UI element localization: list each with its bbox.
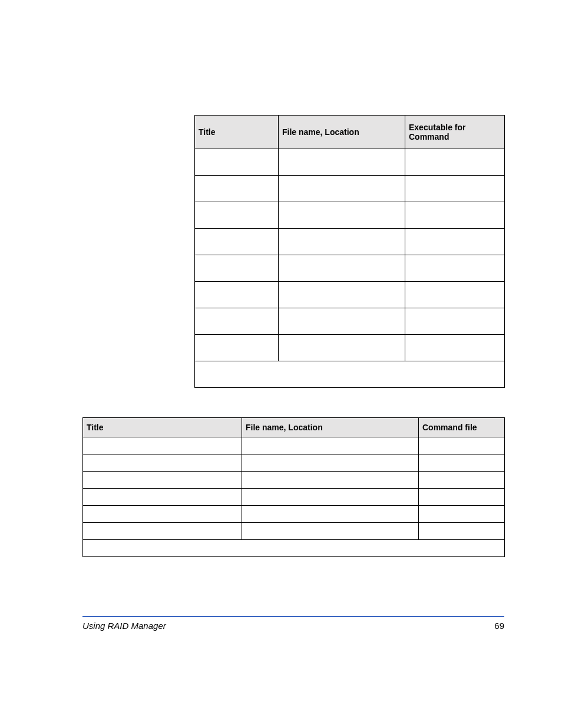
page-footer: Using RAID Manager 69: [82, 616, 504, 631]
table-cell: [83, 540, 505, 557]
table-row: [83, 472, 505, 489]
table-cell: [419, 506, 505, 523]
table-cell: [419, 489, 505, 506]
table-cell: [83, 489, 242, 506]
table-cell: [279, 308, 405, 335]
table-cell: [405, 335, 505, 361]
table-cell: [242, 454, 419, 472]
table-row: [195, 149, 505, 176]
table-cell: [242, 437, 419, 454]
footer-title: Using RAID Manager: [82, 621, 166, 631]
table-cell: [195, 229, 279, 255]
table-cell: [419, 472, 505, 489]
table-row: [83, 437, 505, 454]
table-cell: [83, 506, 242, 523]
table-cell: [419, 523, 505, 540]
table-row: [83, 489, 505, 506]
table-2-header-commandfile: Command file: [419, 418, 505, 437]
table-cell: [405, 282, 505, 308]
table-row: [195, 335, 505, 361]
table-1: Title File name, Location Executable for…: [194, 115, 505, 388]
table-cell: [279, 202, 405, 229]
table-cell: [419, 454, 505, 472]
table-cell: [242, 523, 419, 540]
table-cell: [279, 229, 405, 255]
table-1-header-filename: File name, Location: [279, 116, 405, 149]
table-2: Title File name, Location Command file: [82, 417, 505, 557]
table-2-header-row: Title File name, Location Command file: [83, 418, 505, 437]
table-row: [83, 540, 505, 557]
footer-rule: [82, 616, 504, 617]
page-number: 69: [494, 621, 504, 631]
table-row: [195, 176, 505, 202]
table-row: [83, 506, 505, 523]
table-cell: [405, 255, 505, 282]
table-cell: [195, 176, 279, 202]
table-cell: [83, 523, 242, 540]
table-cell: [195, 255, 279, 282]
table-cell: [195, 149, 279, 176]
table-row: [195, 361, 505, 388]
table-cell: [195, 308, 279, 335]
table-2-header-filename: File name, Location: [242, 418, 419, 437]
table-cell: [242, 472, 419, 489]
table-cell: [195, 202, 279, 229]
table-row: [195, 308, 505, 335]
table-cell: [405, 202, 505, 229]
table-cell: [242, 489, 419, 506]
table-row: [83, 523, 505, 540]
table-1-header-row: Title File name, Location Executable for…: [195, 116, 505, 149]
table-1-header-title: Title: [195, 116, 279, 149]
table-cell: [279, 149, 405, 176]
table-cell: [279, 255, 405, 282]
table-row: [195, 282, 505, 308]
table-cell: [405, 229, 505, 255]
table-cell: [405, 176, 505, 202]
table-row: [83, 454, 505, 472]
table-row: [195, 202, 505, 229]
table-cell: [195, 282, 279, 308]
table-row: [195, 229, 505, 255]
table-2-header-title: Title: [83, 418, 242, 437]
table-cell: [279, 335, 405, 361]
table-cell: [195, 361, 505, 388]
table-cell: [242, 506, 419, 523]
table-cell: [83, 472, 242, 489]
table-cell: [195, 335, 279, 361]
table-cell: [83, 454, 242, 472]
table-cell: [419, 437, 505, 454]
table-row: [195, 255, 505, 282]
table-cell: [83, 437, 242, 454]
table-cell: [279, 282, 405, 308]
table-cell: [279, 176, 405, 202]
table-cell: [405, 149, 505, 176]
table-1-header-executable: Executable for Command: [405, 116, 505, 149]
table-cell: [405, 308, 505, 335]
